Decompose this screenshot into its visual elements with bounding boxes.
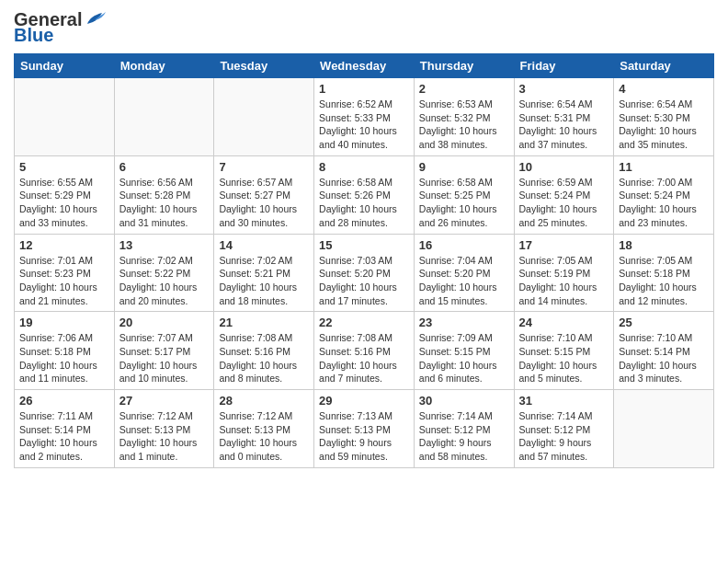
day-number: 8 <box>319 160 409 174</box>
header: General Blue <box>14 9 714 46</box>
day-number: 25 <box>619 316 709 329</box>
calendar-cell: 13Sunrise: 7:02 AM Sunset: 5:22 PM Dayli… <box>114 234 214 312</box>
day-info: Sunrise: 7:01 AM Sunset: 5:23 PM Dayligh… <box>19 254 109 308</box>
day-info: Sunrise: 7:14 AM Sunset: 5:12 PM Dayligh… <box>519 409 609 464</box>
day-number: 26 <box>19 394 109 408</box>
day-info: Sunrise: 7:08 AM Sunset: 5:16 PM Dayligh… <box>219 331 309 385</box>
calendar-cell: 10Sunrise: 6:59 AM Sunset: 5:24 PM Dayli… <box>514 155 614 234</box>
calendar-cell: 27Sunrise: 7:12 AM Sunset: 5:13 PM Dayli… <box>114 390 214 468</box>
day-info: Sunrise: 7:05 AM Sunset: 5:18 PM Dayligh… <box>619 254 709 308</box>
day-number: 12 <box>19 238 109 252</box>
weekday-header-row: SundayMondayTuesdayWednesdayThursdayFrid… <box>15 54 714 78</box>
logo: General Blue <box>14 9 106 46</box>
day-info: Sunrise: 6:58 AM Sunset: 5:26 PM Dayligh… <box>319 176 409 230</box>
day-number: 28 <box>219 394 309 408</box>
calendar-cell: 29Sunrise: 7:13 AM Sunset: 5:13 PM Dayli… <box>314 390 415 468</box>
calendar-cell: 18Sunrise: 7:05 AM Sunset: 5:18 PM Dayli… <box>614 234 714 312</box>
calendar-cell: 9Sunrise: 6:58 AM Sunset: 5:25 PM Daylig… <box>414 155 514 234</box>
day-number: 10 <box>519 160 609 174</box>
day-number: 14 <box>219 238 309 252</box>
day-number: 21 <box>219 316 309 329</box>
day-number: 9 <box>419 160 509 174</box>
day-info: Sunrise: 7:00 AM Sunset: 5:24 PM Dayligh… <box>619 176 709 230</box>
day-info: Sunrise: 7:02 AM Sunset: 5:21 PM Dayligh… <box>219 254 309 308</box>
day-info: Sunrise: 7:14 AM Sunset: 5:12 PM Dayligh… <box>419 409 509 464</box>
day-info: Sunrise: 7:03 AM Sunset: 5:20 PM Dayligh… <box>319 254 409 308</box>
day-info: Sunrise: 7:05 AM Sunset: 5:19 PM Dayligh… <box>519 254 609 308</box>
week-row-2: 5Sunrise: 6:55 AM Sunset: 5:29 PM Daylig… <box>15 155 714 234</box>
week-row-1: 1Sunrise: 6:52 AM Sunset: 5:33 PM Daylig… <box>15 78 714 156</box>
calendar-cell: 17Sunrise: 7:05 AM Sunset: 5:19 PM Dayli… <box>514 234 614 312</box>
calendar-cell: 3Sunrise: 6:54 AM Sunset: 5:31 PM Daylig… <box>514 78 614 156</box>
day-info: Sunrise: 6:53 AM Sunset: 5:32 PM Dayligh… <box>419 98 509 152</box>
day-info: Sunrise: 7:12 AM Sunset: 5:13 PM Dayligh… <box>119 409 210 464</box>
day-info: Sunrise: 6:58 AM Sunset: 5:25 PM Dayligh… <box>419 176 509 230</box>
day-number: 23 <box>419 316 509 329</box>
day-number: 13 <box>119 238 210 252</box>
calendar-cell: 1Sunrise: 6:52 AM Sunset: 5:33 PM Daylig… <box>314 78 415 156</box>
weekday-friday: Friday <box>514 54 614 78</box>
logo-blue: Blue <box>14 25 53 46</box>
day-info: Sunrise: 7:07 AM Sunset: 5:17 PM Dayligh… <box>119 331 210 385</box>
day-info: Sunrise: 7:08 AM Sunset: 5:16 PM Dayligh… <box>319 331 409 385</box>
day-number: 27 <box>119 394 210 408</box>
calendar-cell: 12Sunrise: 7:01 AM Sunset: 5:23 PM Dayli… <box>15 234 115 312</box>
calendar-cell <box>214 78 314 156</box>
calendar-cell: 28Sunrise: 7:12 AM Sunset: 5:13 PM Dayli… <box>214 390 314 468</box>
calendar-cell: 21Sunrise: 7:08 AM Sunset: 5:16 PM Dayli… <box>214 312 314 390</box>
calendar-cell: 19Sunrise: 7:06 AM Sunset: 5:18 PM Dayli… <box>15 312 115 390</box>
calendar-cell: 11Sunrise: 7:00 AM Sunset: 5:24 PM Dayli… <box>614 155 714 234</box>
calendar-cell: 22Sunrise: 7:08 AM Sunset: 5:16 PM Dayli… <box>314 312 415 390</box>
day-info: Sunrise: 7:12 AM Sunset: 5:13 PM Dayligh… <box>219 409 309 464</box>
day-info: Sunrise: 6:56 AM Sunset: 5:28 PM Dayligh… <box>119 176 210 230</box>
day-info: Sunrise: 6:59 AM Sunset: 5:24 PM Dayligh… <box>519 176 609 230</box>
page: General Blue SundayMondayTuesdayWednesda… <box>0 0 728 477</box>
day-number: 20 <box>119 316 210 329</box>
day-info: Sunrise: 6:57 AM Sunset: 5:27 PM Dayligh… <box>219 176 309 230</box>
weekday-tuesday: Tuesday <box>214 54 314 78</box>
calendar-cell: 7Sunrise: 6:57 AM Sunset: 5:27 PM Daylig… <box>214 155 314 234</box>
calendar-cell: 26Sunrise: 7:11 AM Sunset: 5:14 PM Dayli… <box>15 390 115 468</box>
day-info: Sunrise: 7:09 AM Sunset: 5:15 PM Dayligh… <box>419 331 509 385</box>
day-info: Sunrise: 6:54 AM Sunset: 5:30 PM Dayligh… <box>619 98 709 152</box>
calendar-cell: 8Sunrise: 6:58 AM Sunset: 5:26 PM Daylig… <box>314 155 415 234</box>
calendar-cell <box>614 390 714 468</box>
calendar-cell: 2Sunrise: 6:53 AM Sunset: 5:32 PM Daylig… <box>414 78 514 156</box>
weekday-sunday: Sunday <box>15 54 115 78</box>
week-row-5: 26Sunrise: 7:11 AM Sunset: 5:14 PM Dayli… <box>15 390 714 468</box>
day-number: 4 <box>619 82 709 96</box>
week-row-4: 19Sunrise: 7:06 AM Sunset: 5:18 PM Dayli… <box>15 312 714 390</box>
day-number: 2 <box>419 82 509 96</box>
calendar-cell: 31Sunrise: 7:14 AM Sunset: 5:12 PM Dayli… <box>514 390 614 468</box>
calendar-cell <box>15 78 115 156</box>
calendar-cell: 15Sunrise: 7:03 AM Sunset: 5:20 PM Dayli… <box>314 234 415 312</box>
calendar-cell: 6Sunrise: 6:56 AM Sunset: 5:28 PM Daylig… <box>114 155 214 234</box>
calendar-cell <box>114 78 214 156</box>
day-number: 6 <box>119 160 210 174</box>
calendar-cell: 24Sunrise: 7:10 AM Sunset: 5:15 PM Dayli… <box>514 312 614 390</box>
calendar-cell: 25Sunrise: 7:10 AM Sunset: 5:14 PM Dayli… <box>614 312 714 390</box>
calendar-cell: 20Sunrise: 7:07 AM Sunset: 5:17 PM Dayli… <box>114 312 214 390</box>
calendar-cell: 16Sunrise: 7:04 AM Sunset: 5:20 PM Dayli… <box>414 234 514 312</box>
calendar-table: SundayMondayTuesdayWednesdayThursdayFrid… <box>14 53 714 468</box>
logo-bird-icon <box>85 11 106 26</box>
day-info: Sunrise: 6:54 AM Sunset: 5:31 PM Dayligh… <box>519 98 609 152</box>
day-info: Sunrise: 7:10 AM Sunset: 5:14 PM Dayligh… <box>619 331 709 385</box>
day-number: 5 <box>19 160 109 174</box>
day-number: 18 <box>619 238 709 252</box>
calendar-cell: 5Sunrise: 6:55 AM Sunset: 5:29 PM Daylig… <box>15 155 115 234</box>
day-info: Sunrise: 7:11 AM Sunset: 5:14 PM Dayligh… <box>19 409 109 464</box>
weekday-saturday: Saturday <box>614 54 714 78</box>
day-info: Sunrise: 7:02 AM Sunset: 5:22 PM Dayligh… <box>119 254 210 308</box>
day-number: 24 <box>519 316 609 329</box>
day-info: Sunrise: 7:06 AM Sunset: 5:18 PM Dayligh… <box>19 331 109 385</box>
day-info: Sunrise: 7:10 AM Sunset: 5:15 PM Dayligh… <box>519 331 609 385</box>
day-number: 1 <box>319 82 409 96</box>
day-info: Sunrise: 7:04 AM Sunset: 5:20 PM Dayligh… <box>419 254 509 308</box>
day-info: Sunrise: 6:55 AM Sunset: 5:29 PM Dayligh… <box>19 176 109 230</box>
day-number: 15 <box>319 238 409 252</box>
day-number: 17 <box>519 238 609 252</box>
day-number: 22 <box>319 316 409 329</box>
day-info: Sunrise: 7:13 AM Sunset: 5:13 PM Dayligh… <box>319 409 409 464</box>
day-number: 7 <box>219 160 309 174</box>
